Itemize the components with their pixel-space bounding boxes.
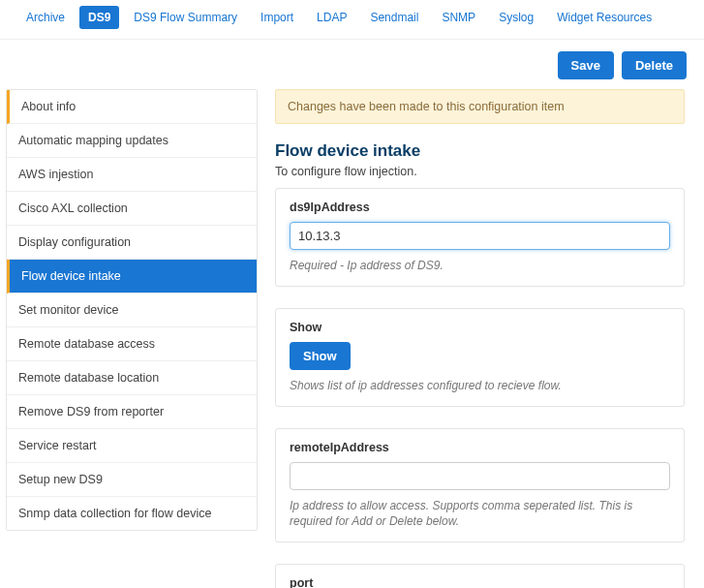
topnav-item[interactable]: Import [252,6,302,29]
topnav-item[interactable]: DS9 Flow Summary [125,6,246,29]
ds9ipaddress-input[interactable] [290,222,670,250]
sidebar-item[interactable]: Automatic mapping updates [7,124,257,158]
show-button[interactable]: Show [290,342,351,370]
topnav-item[interactable]: Archive [17,6,74,29]
page-subtitle: To configure flow injection. [275,165,685,178]
topnav-item[interactable]: Widget Resources [548,6,660,29]
top-nav: ArchiveDS9DS9 Flow SummaryImportLDAPSend… [0,0,704,40]
remoteipaddress-label: remoteIpAddress [290,441,670,454]
remoteipaddress-help: Ip address to allow access. Supports com… [290,498,670,531]
sidebar-item[interactable]: Remote database access [7,327,257,361]
sidebar-item[interactable]: Flow device intake [7,260,257,294]
sidebar-item[interactable]: Set monitor device [7,294,257,327]
sidebar-item[interactable]: Snmp data collection for flow device [7,497,257,530]
sidebar-item[interactable]: Cisco AXL collection [7,192,257,226]
save-button[interactable]: Save [558,51,614,79]
remoteipaddress-input[interactable] [290,462,670,490]
sidebar-item[interactable]: Service restart [7,429,257,463]
show-help: Shows list of ip addresses configured to… [290,378,670,394]
sidebar-item[interactable]: About info [7,90,257,124]
config-changed-alert: Changes have been made to this configura… [275,89,685,124]
sidebar-item[interactable]: Display configuration [7,226,257,260]
topnav-item[interactable]: Syslog [490,6,542,29]
ds9ipaddress-help: Required - Ip address of DS9. [290,258,670,274]
topnav-item[interactable]: DS9 [79,6,119,29]
sidebar-item[interactable]: AWS injestion [7,158,257,192]
port-block: port Required for Add. Netflow 5 = 9996;… [275,564,685,588]
main-panel: Changes have been made to this configura… [275,89,698,588]
action-bar: Save Delete [0,40,704,89]
sidebar-item[interactable]: Remove DS9 from reporter [7,395,257,429]
sidebar-item[interactable]: Remote database location [7,361,257,395]
topnav-item[interactable]: LDAP [308,6,355,29]
port-label: port [290,576,670,588]
topnav-item[interactable]: Sendmail [361,6,427,29]
ds9ipaddress-label: ds9IpAddress [290,201,670,214]
ds9ipaddress-block: ds9IpAddress Required - Ip address of DS… [275,188,685,287]
sidebar-item[interactable]: Setup new DS9 [7,463,257,497]
topnav-item[interactable]: SNMP [433,6,484,29]
sidebar: About infoAutomatic mapping updatesAWS i… [6,89,258,588]
show-block: Show Show Shows list of ip addresses con… [275,308,685,407]
page-title: Flow device intake [275,141,685,161]
show-label: Show [290,321,670,334]
delete-button[interactable]: Delete [622,51,687,79]
remoteipaddress-block: remoteIpAddress Ip address to allow acce… [275,428,685,543]
